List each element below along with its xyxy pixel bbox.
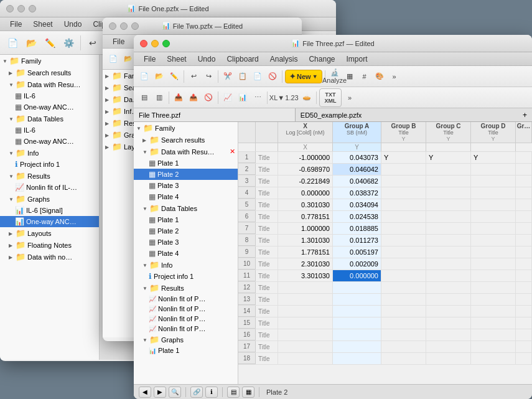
e-cell-8[interactable] (516, 246, 532, 258)
c-cell-9[interactable] (426, 258, 471, 270)
e-cell-3[interactable] (516, 187, 532, 199)
x-cell-5[interactable]: 0.778151 (278, 211, 333, 222)
d-cell-2[interactable] (471, 176, 516, 187)
tile-view-btn-win3[interactable]: ▦ (242, 387, 254, 398)
table-row[interactable]: 11 Title 3.301030 0.000000 (238, 270, 532, 282)
menu-file-win1[interactable]: File (5, 19, 27, 30)
table-row[interactable]: 2 Title -0.698970 0.046042 (238, 164, 532, 176)
max-btn-win3[interactable] (162, 40, 170, 47)
nav-graphs-win3[interactable]: ▼ 📁 Graphs (134, 334, 238, 345)
nav-plate3-b-win3[interactable]: ▦ Plate 3 (134, 237, 238, 248)
c-cell-15[interactable] (426, 329, 471, 340)
c-cell-10[interactable] (426, 270, 471, 281)
e-cell-7[interactable] (516, 235, 532, 246)
b-cell-9[interactable] (381, 258, 426, 270)
x-cell-8[interactable]: 1.778151 (278, 246, 333, 258)
e-cell-17[interactable] (516, 353, 532, 364)
table-row[interactable]: 1 Title -1.000000 0.043073 Y Y Y (238, 152, 532, 164)
cut-btn-win3[interactable]: ✂️ (221, 70, 235, 83)
menu-sheet-win3[interactable]: Sheet (162, 54, 191, 65)
new-doc-btn-win2[interactable]: 📄 (106, 52, 120, 66)
open-btn-win2[interactable]: 📂 (121, 52, 135, 66)
c-cell-14[interactable] (426, 317, 471, 329)
nav-results-win1[interactable]: ▼ 📁 Results (0, 170, 99, 182)
b-cell-13[interactable] (381, 306, 426, 317)
nav-proj-info-win3[interactable]: ℹ Project info 1 (134, 271, 238, 282)
nav-floating-win1[interactable]: ▶ 📁 Floating Notes (0, 239, 99, 251)
menu-sheet-win1[interactable]: Sheet (28, 19, 57, 30)
stats-btn-win3[interactable]: 1.23 (285, 91, 299, 105)
nav-nonlin3-win3[interactable]: 📈 Nonlin fit of P… (134, 314, 238, 324)
e-cell-13[interactable] (516, 306, 532, 317)
forbid-btn-win3[interactable]: 🚫 (202, 91, 215, 105)
e-cell-15[interactable] (516, 329, 532, 340)
b-cell-3[interactable] (381, 187, 426, 199)
nav-graphs-win1[interactable]: ▼ 📁 Graphs (0, 193, 99, 205)
table-row[interactable]: 9 Title 1.778151 0.005197 (238, 246, 532, 258)
delete-btn-win3[interactable]: 📤 (187, 91, 200, 105)
b-cell-10[interactable] (381, 270, 426, 281)
x-cell-10[interactable]: 3.301030 (278, 270, 333, 281)
e-cell-1[interactable] (516, 164, 532, 175)
clear-btn-win3[interactable]: 🚫 (266, 70, 279, 83)
nav-info-win3[interactable]: ▼ 📁 Info (134, 259, 238, 271)
min-btn-win2[interactable] (120, 22, 128, 30)
grid-btn-win3[interactable]: ▦ (343, 70, 357, 83)
open-btn-win3[interactable]: 📂 (152, 70, 166, 83)
c-cell-4[interactable] (426, 199, 471, 210)
b-cell-2[interactable] (381, 176, 426, 187)
menu-clipboard-win3[interactable]: Clipboard (222, 54, 263, 65)
nav-family-win1[interactable]: ▼ 📁 Family (0, 55, 99, 67)
bar-btn-win3[interactable]: 📊 (236, 91, 250, 105)
c-cell-12[interactable] (426, 294, 471, 305)
b-cell-12[interactable] (381, 294, 426, 305)
undo-btn-win3[interactable]: ↩ (187, 70, 200, 83)
menu-undo-win3[interactable]: Undo (193, 54, 221, 65)
d-cell-14[interactable] (471, 317, 516, 329)
pen-btn-win3[interactable]: ✏️ (167, 70, 181, 83)
d-cell-16[interactable] (471, 341, 516, 352)
color-btn-win3[interactable]: 🎨 (373, 70, 386, 83)
nav-nonlin1-win3[interactable]: 📈 Nonlin fit of P… (134, 294, 238, 304)
e-cell-5[interactable] (516, 211, 532, 222)
new-btn-win3[interactable]: ✦ New ▼ (285, 70, 322, 83)
undo-btn-win1[interactable]: ↩ (84, 34, 101, 52)
table-row[interactable]: 6 Title 0.778151 0.024538 (238, 211, 532, 223)
nav-plate2-b-win3[interactable]: ▦ Plate 2 (134, 225, 238, 237)
e-cell-10[interactable] (516, 270, 532, 281)
traffic-lights-win2[interactable] (109, 22, 139, 30)
play-btn-win3[interactable]: ▶ (154, 387, 166, 398)
scatter-btn-win3[interactable]: ⋯ (251, 91, 264, 105)
d-cell-0[interactable]: Y (471, 152, 516, 163)
menu-analysis-win3[interactable]: Analysis (265, 54, 303, 65)
c-cell-2[interactable] (426, 176, 471, 187)
b-cell-5[interactable] (381, 211, 426, 222)
a-cell-5[interactable]: 0.024538 (333, 211, 381, 222)
x-cell-16[interactable] (278, 341, 333, 352)
e-cell-14[interactable] (516, 317, 532, 329)
x-cell-9[interactable]: 2.301030 (278, 258, 333, 270)
menu-import-win3[interactable]: Import (342, 54, 373, 65)
nav-plate4-b-win3[interactable]: ▦ Plate 4 (134, 248, 238, 259)
x-cell-12[interactable] (278, 294, 333, 305)
nav-search-win3[interactable]: ▶ 📁 Search results (134, 134, 238, 146)
e-cell-9[interactable] (516, 258, 532, 270)
c-cell-6[interactable] (426, 223, 471, 234)
c-cell-13[interactable] (426, 306, 471, 317)
e-cell-2[interactable] (516, 176, 532, 187)
b-cell-15[interactable] (381, 329, 426, 340)
table-row[interactable]: 3 Title -0.221849 0.040682 (238, 176, 532, 187)
nav-data-results-win1[interactable]: ▼ 📁 Data with Resu… (0, 78, 99, 90)
nav-datares-win3[interactable]: ▼ 📁 Data with Resu… ✕ (134, 146, 238, 157)
gear-btn-win1[interactable]: ⚙️ (60, 34, 77, 52)
c-cell-7[interactable] (426, 235, 471, 246)
b-cell-4[interactable] (381, 199, 426, 210)
nav-nonlin-win1[interactable]: 📈 Nonlin fit of IL-… (0, 182, 99, 193)
e-cell-0[interactable] (516, 152, 532, 163)
d-cell-17[interactable] (471, 353, 516, 364)
table-row[interactable]: 4 Title 0.000000 0.038372 (238, 187, 532, 199)
x-cell-15[interactable] (278, 329, 333, 340)
table-row[interactable]: 17 Title (238, 341, 532, 353)
c-cell-0[interactable]: Y (426, 152, 471, 163)
x-cell-7[interactable]: 1.301030 (278, 235, 333, 246)
